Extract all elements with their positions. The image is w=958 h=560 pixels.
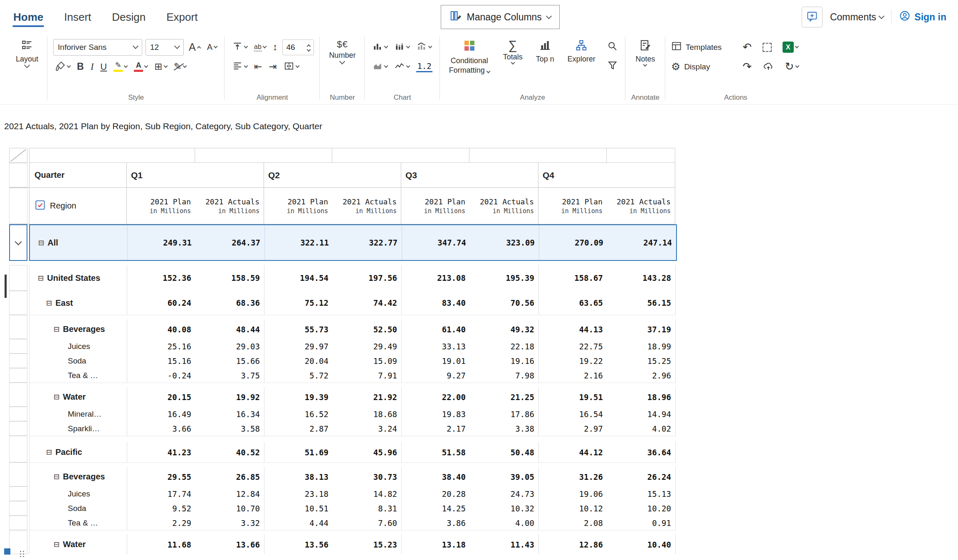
value-cell[interactable]: 152.36: [127, 265, 195, 291]
value-cell[interactable]: 10.20: [607, 501, 676, 516]
sign-in-button[interactable]: Sign in: [899, 10, 946, 24]
value-cell[interactable]: 13.66: [195, 535, 264, 554]
value-cell[interactable]: 63.65: [538, 291, 607, 315]
value-cell[interactable]: 29.55: [127, 467, 195, 486]
quarter-header[interactable]: Q1: [126, 163, 264, 187]
value-cell[interactable]: 24.73: [470, 486, 538, 501]
bar-chart-button[interactable]: [370, 40, 389, 54]
increase-font-size-button[interactable]: A: [187, 40, 202, 54]
value-cell[interactable]: 19.83: [401, 407, 470, 421]
value-cell[interactable]: 44.13: [538, 319, 607, 339]
value-cell[interactable]: 247.14: [607, 225, 676, 260]
upload-button[interactable]: [761, 59, 776, 74]
measure-header[interactable]: 2021 Actualsin Millions: [195, 188, 264, 224]
explorer-button[interactable]: Explorer: [564, 37, 599, 64]
measure-header[interactable]: 2021 Planin Millions: [401, 188, 469, 224]
value-cell[interactable]: 38.40: [401, 467, 470, 486]
sparkline-button[interactable]: [393, 60, 411, 74]
totals-button[interactable]: ∑ Totals: [500, 37, 526, 64]
quarter-header[interactable]: Q3: [401, 163, 538, 187]
decrease-font-size-button[interactable]: A: [205, 42, 219, 53]
value-cell[interactable]: 19.92: [195, 387, 264, 407]
value-cell[interactable]: 30.73: [333, 467, 401, 486]
value-cell[interactable]: 17.86: [470, 407, 538, 421]
layout-button[interactable]: Layout: [12, 37, 42, 67]
value-cell[interactable]: 14.94: [607, 407, 676, 421]
value-cell[interactable]: 2.97: [538, 421, 607, 436]
value-cell[interactable]: 18.99: [607, 339, 676, 354]
row-label[interactable]: Tea & …: [30, 516, 127, 530]
value-cell[interactable]: 74.42: [333, 291, 401, 315]
value-cell[interactable]: 25.16: [127, 339, 195, 354]
column-strip-cell[interactable]: [607, 148, 675, 163]
redo-button[interactable]: ↷: [741, 59, 753, 74]
value-cell[interactable]: 75.12: [264, 291, 333, 315]
value-cell[interactable]: 158.67: [538, 265, 607, 291]
templates-button[interactable]: Templates: [671, 41, 733, 54]
row-height-button[interactable]: ↕: [271, 42, 279, 53]
value-cell[interactable]: 7.91: [333, 368, 401, 383]
value-cell[interactable]: 40.52: [195, 442, 264, 462]
value-cell[interactable]: 2.96: [607, 368, 676, 383]
value-cell[interactable]: 10.51: [264, 501, 333, 516]
value-cell[interactable]: 12.86: [538, 535, 607, 554]
row-label[interactable]: ⊟Water: [30, 535, 127, 554]
value-cell[interactable]: 19.22: [538, 354, 607, 368]
spinner-arrows[interactable]: [307, 43, 310, 51]
wrap-text-button[interactable]: ab: [252, 42, 268, 52]
font-name-select[interactable]: Inforiver Sans: [53, 39, 142, 56]
row-label[interactable]: ⊟Pacific: [30, 442, 127, 462]
value-cell[interactable]: 20.15: [127, 387, 195, 407]
value-cell[interactable]: 7.98: [470, 368, 538, 383]
conditional-formatting-button[interactable]: Conditional Formatting: [446, 37, 493, 75]
measure-header[interactable]: 2021 Actualsin Millions: [607, 188, 675, 224]
value-cell[interactable]: 61.40: [401, 319, 470, 339]
value-cell[interactable]: 3.24: [333, 421, 401, 436]
value-cell[interactable]: 10.70: [195, 501, 264, 516]
value-cell[interactable]: -0.24: [127, 368, 195, 383]
column-strip-cell[interactable]: [29, 148, 195, 163]
region-header[interactable]: Region: [29, 188, 126, 224]
value-cell[interactable]: 36.64: [607, 442, 676, 462]
row-label[interactable]: Tea & …: [30, 368, 127, 383]
value-cell[interactable]: 60.24: [127, 291, 195, 315]
borders-button[interactable]: ⊞: [153, 61, 168, 72]
row-label[interactable]: ⊟Water: [30, 387, 127, 407]
value-cell[interactable]: 9.27: [401, 368, 470, 383]
sheet-corner-handle[interactable]: [4, 548, 10, 555]
value-cell[interactable]: 3.86: [401, 516, 470, 530]
collapse-icon[interactable]: ⊟: [54, 541, 59, 548]
value-cell[interactable]: 10.32: [470, 501, 538, 516]
font-color-button[interactable]: A: [132, 61, 149, 73]
undo-button[interactable]: ↶: [741, 40, 753, 54]
value-cell[interactable]: 197.56: [333, 265, 401, 291]
value-cell[interactable]: 2.87: [264, 421, 333, 436]
value-cell[interactable]: 18.68: [333, 407, 401, 421]
italic-button[interactable]: I: [89, 61, 96, 73]
tab-design[interactable]: Design: [111, 2, 146, 32]
measure-header[interactable]: 2021 Planin Millions: [264, 188, 332, 224]
decimal-places-button[interactable]: 1.2: [415, 61, 434, 73]
display-button[interactable]: ⚙ Display: [671, 61, 733, 72]
merge-cells-button[interactable]: [282, 60, 301, 74]
value-cell[interactable]: 2.08: [538, 516, 607, 530]
top-n-button[interactable]: Top n: [533, 37, 558, 64]
value-cell[interactable]: 51.69: [264, 442, 333, 462]
value-cell[interactable]: 52.50: [333, 319, 401, 339]
value-cell[interactable]: 23.18: [264, 486, 333, 501]
value-cell[interactable]: 12.84: [195, 486, 264, 501]
column-strip-cell[interactable]: [332, 148, 469, 163]
add-comment-button[interactable]: [802, 7, 822, 27]
value-cell[interactable]: 26.85: [195, 467, 264, 486]
tab-insert[interactable]: Insert: [63, 2, 92, 32]
value-cell[interactable]: 15.25: [607, 354, 676, 368]
tab-home[interactable]: Home: [12, 2, 44, 32]
quarter-header[interactable]: Q2: [264, 163, 401, 187]
value-cell[interactable]: 22.18: [470, 339, 538, 354]
row-label[interactable]: Mineral…: [30, 407, 127, 421]
value-cell[interactable]: 11.68: [127, 535, 195, 554]
value-cell[interactable]: 3.75: [195, 368, 264, 383]
selection-button[interactable]: [761, 42, 773, 53]
value-cell[interactable]: 9.52: [127, 501, 195, 516]
value-cell[interactable]: 33.13: [401, 339, 470, 354]
